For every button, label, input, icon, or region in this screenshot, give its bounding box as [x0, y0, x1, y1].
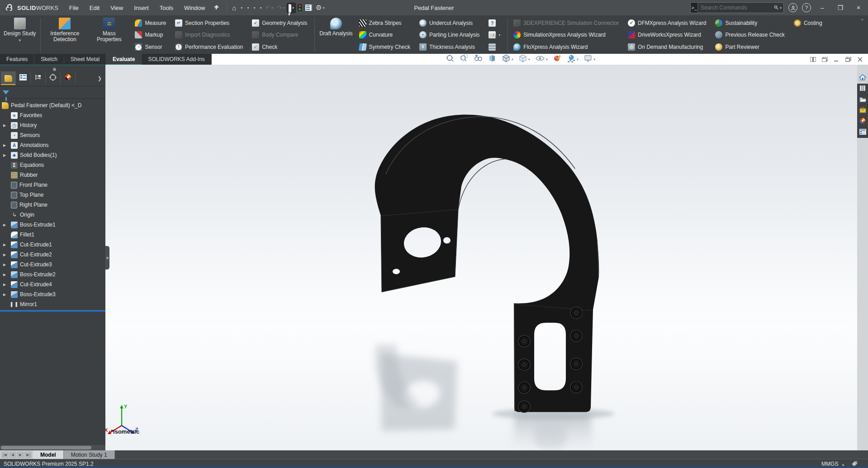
on-demand-manufacturing-button[interactable]: On Demand Manufacturing	[626, 41, 708, 52]
menu-insert[interactable]: Insert	[129, 3, 153, 13]
zebra-stripes-button[interactable]: Zebra Stripes	[357, 17, 412, 28]
units-indicator[interactable]: MMGS ▲	[821, 461, 845, 467]
design-checker-button[interactable]: ▾	[487, 29, 502, 41]
view-orientation-button[interactable]: ▾	[501, 53, 514, 66]
taskpane-design-library-tab[interactable]	[857, 95, 868, 105]
expand-arrow-icon[interactable]: ▶	[3, 273, 6, 277]
thickness-analysis-button[interactable]: Thickness Analysis	[417, 41, 481, 52]
parting-line-analysis-button[interactable]: Parting Line Analysis	[417, 29, 481, 41]
socket-screw[interactable]	[518, 382, 530, 393]
section-view-button[interactable]	[487, 53, 498, 66]
expand-arrow-icon[interactable]: ▶	[3, 143, 6, 147]
file-properties-button[interactable]	[304, 3, 313, 12]
search-icon[interactable]: 🔍︎	[773, 5, 780, 11]
displaymanager-tab[interactable]	[61, 71, 76, 85]
tree-item-boss-extrude1[interactable]: ▶Boss-Extrude1	[0, 220, 105, 230]
performance-evaluation-button[interactable]: Performance Evaluation	[173, 41, 245, 52]
tree-item-solid-bodies-1-[interactable]: ▶Solid Bodies(1)	[0, 150, 105, 160]
print-button[interactable]: ▾	[257, 5, 263, 11]
ribbon-collapse-chevron[interactable]: ⌃	[860, 18, 864, 24]
zoom-fit-button[interactable]	[445, 53, 455, 66]
expand-arrow-icon[interactable]: ▶	[3, 153, 6, 157]
panel-flyout-handle[interactable]	[105, 246, 109, 269]
panel-expand-chevron[interactable]: ❯	[95, 76, 104, 81]
cascade-windows-button[interactable]	[820, 55, 829, 63]
tab-sheet-metal[interactable]: Sheet Metal	[64, 54, 106, 65]
dfmxpress-button[interactable]: DFMXpress Analysis Wizard	[626, 17, 708, 28]
socket-screw[interactable]	[518, 359, 530, 370]
measure-button[interactable]: Measure	[133, 17, 168, 28]
taskpane-custom-properties-tab[interactable]	[857, 127, 868, 138]
tree-item-top-plane[interactable]: Top Plane	[0, 190, 105, 200]
costing-button[interactable]: Costing	[792, 17, 824, 28]
tile-windows-button[interactable]	[808, 55, 817, 63]
doc-minimize-button[interactable]	[832, 55, 841, 63]
socket-screw[interactable]	[570, 330, 582, 342]
simulationxpress-button[interactable]: SimulationXpress Analysis Wizard	[512, 29, 621, 41]
part-reviewer-button[interactable]: Part Reviewer	[713, 41, 786, 52]
sustainability-button[interactable]: Sustainability	[713, 17, 786, 28]
socket-screw[interactable]	[570, 307, 582, 319]
taskpane-toolbox-tab[interactable]	[857, 105, 868, 116]
draft-analysis-button[interactable]: Draft Analysis	[317, 16, 355, 54]
driveworksxpress-button[interactable]: DriveWorksXpress Wizard	[626, 29, 708, 41]
tree-root-item[interactable]: Pedal Fastener (Default) <_D	[0, 100, 105, 110]
edit-appearance-button[interactable]	[552, 53, 563, 66]
tree-item-favorites[interactable]: Favorites	[0, 110, 105, 120]
save-button[interactable]: ▾	[251, 5, 256, 11]
check-button[interactable]: Check	[250, 41, 309, 52]
tab-nav-buttons[interactable]: |◀◀ ▶▶|	[0, 450, 33, 459]
tree-item-history[interactable]: ▶History	[0, 120, 105, 130]
search-dropdown-icon[interactable]: ▾	[780, 6, 783, 10]
doc-restore-button[interactable]	[844, 55, 853, 63]
tree-item-annotations[interactable]: ▶Annotations	[0, 140, 105, 150]
zoom-area-button[interactable]	[459, 53, 470, 66]
home-button[interactable]: ⌂	[231, 3, 237, 13]
menu-window[interactable]: Window	[180, 3, 209, 13]
close-button[interactable]: ×	[852, 2, 865, 14]
minimize-button[interactable]: –	[816, 2, 829, 14]
expand-arrow-icon[interactable]: ▶	[3, 123, 6, 128]
previous-view-button[interactable]	[473, 53, 484, 66]
sensor-button[interactable]: Sensor	[133, 41, 168, 52]
expand-arrow-icon[interactable]: ▶	[3, 263, 6, 267]
menu-edit[interactable]: Edit	[85, 3, 104, 13]
tree-item-cut-extrude2[interactable]: ▶Cut-Extrude2	[0, 250, 105, 260]
tree-item-boss-extrude2[interactable]: ▶Boss-Extrude2	[0, 269, 105, 279]
tree-item-mirror1[interactable]: Mirror1	[0, 299, 105, 309]
geometry-analysis-button[interactable]: Geometry Analysis	[250, 17, 309, 28]
previous-release-check-button[interactable]: Previous Release Check	[713, 29, 786, 41]
taskpane-home-tab[interactable]	[857, 73, 868, 84]
curvature-button[interactable]: Curvature	[357, 29, 412, 41]
hide-show-items-button[interactable]: ▾	[534, 53, 549, 66]
restore-button[interactable]: ❐	[834, 2, 847, 14]
tree-item-equations[interactable]: Equations	[0, 160, 105, 170]
model-tab-motion-study-1[interactable]: Motion Study 1	[64, 450, 115, 459]
open-button[interactable]: ▾	[245, 5, 250, 11]
doc-close-button[interactable]	[855, 55, 864, 63]
help-icon[interactable]: ?	[802, 3, 811, 12]
dimxpertmanager-tab[interactable]	[46, 71, 61, 85]
tab-solidworks-add-ins[interactable]: SOLIDWORKS Add-Ins	[142, 54, 211, 65]
compare-documents-button[interactable]	[487, 17, 502, 28]
tree-item-rubber[interactable]: Rubber	[0, 170, 105, 180]
search-commands-box[interactable]: >_ 🔍︎ ▾	[690, 2, 784, 13]
tab-evaluate[interactable]: Evaluate	[106, 54, 142, 65]
part-pedal-fastener[interactable]: Y X Z	[105, 65, 857, 450]
rollback-bar[interactable]	[0, 310, 105, 312]
floxpress-button[interactable]: FloXpress Analysis Wizard	[512, 41, 621, 52]
design-study-button[interactable]: Design Study▼	[1, 16, 38, 54]
panel-splitter-dot[interactable]	[53, 68, 56, 71]
section-properties-button[interactable]: Section Properties	[173, 17, 245, 28]
configurationmanager-tab[interactable]	[31, 71, 46, 85]
tree-item-origin[interactable]: Origin	[0, 210, 105, 220]
tree-horizontal-scrollbar[interactable]	[0, 445, 105, 450]
expand-arrow-icon[interactable]: ▶	[3, 253, 6, 257]
symmetry-check-button[interactable]: Symmetry Check	[357, 41, 412, 52]
tree-item-cut-extrude3[interactable]: ▶Cut-Extrude3	[0, 260, 105, 269]
expand-arrow-icon[interactable]: ▶	[3, 293, 6, 297]
undercut-analysis-button[interactable]: Undercut Analysis	[417, 17, 481, 28]
socket-screw[interactable]	[518, 336, 530, 347]
menu-file[interactable]: File	[65, 3, 83, 13]
socket-screw[interactable]	[518, 401, 530, 412]
